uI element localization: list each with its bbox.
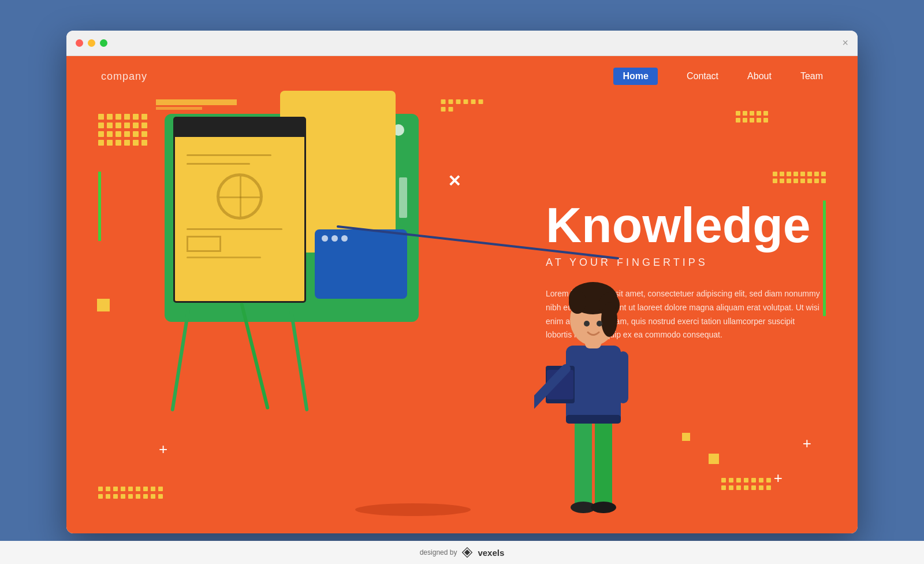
deco-dot-grid-tl bbox=[98, 114, 147, 146]
deco-plus-3: + bbox=[803, 435, 811, 452]
nav-links: Home Contact About Team bbox=[613, 68, 823, 85]
svg-point-3 bbox=[591, 502, 616, 513]
flipchart-easel bbox=[173, 117, 306, 413]
svg-rect-0 bbox=[575, 415, 592, 507]
brand-name: company bbox=[101, 70, 147, 83]
deco-plus-2: + bbox=[774, 469, 783, 487]
deco-dot-grid-br bbox=[721, 478, 771, 490]
deco-dot-grid-tr bbox=[736, 111, 768, 123]
illus-blue-window bbox=[315, 229, 407, 299]
character-shadow bbox=[355, 503, 471, 516]
nav-link-about[interactable]: About bbox=[747, 71, 772, 81]
svg-rect-5 bbox=[566, 415, 621, 424]
deco-green-line-left bbox=[98, 172, 101, 241]
nav-link-team[interactable]: Team bbox=[800, 71, 823, 81]
dot-red[interactable] bbox=[76, 39, 83, 47]
svg-point-16 bbox=[601, 302, 617, 337]
svg-rect-10 bbox=[618, 351, 628, 403]
svg-point-14 bbox=[569, 291, 586, 314]
deco-dot-grid-bl bbox=[98, 487, 163, 499]
svg-point-18 bbox=[597, 321, 602, 326]
flipchart-board bbox=[173, 135, 306, 303]
page-content: company Home Contact About Team bbox=[66, 56, 858, 533]
nav-link-home[interactable]: Home bbox=[613, 68, 657, 85]
nav-link-contact[interactable]: Contact bbox=[687, 71, 718, 81]
deco-yellow-strip bbox=[156, 99, 237, 105]
browser-chrome: × bbox=[66, 31, 858, 56]
easel-legs bbox=[173, 303, 306, 413]
deco-square-ml bbox=[97, 299, 110, 311]
deco-plus-1: + bbox=[159, 440, 167, 458]
deco-square-br1 bbox=[709, 454, 719, 464]
dot-yellow[interactable] bbox=[88, 39, 95, 47]
navbar: company Home Contact About Team bbox=[66, 56, 858, 97]
dot-green[interactable] bbox=[100, 39, 107, 47]
svg-rect-1 bbox=[595, 415, 612, 507]
illus-blue-dots bbox=[322, 235, 348, 242]
deco-dot-grid-tc bbox=[441, 99, 483, 112]
close-icon[interactable]: × bbox=[842, 37, 848, 49]
character-illustration bbox=[534, 230, 650, 525]
deco-green-line-right bbox=[823, 201, 826, 316]
deco-x-symbol: ✕ bbox=[448, 172, 461, 191]
browser-window: × company Home Contact About Team bbox=[66, 31, 858, 533]
flipchart-top-bar bbox=[173, 117, 306, 135]
deco-dot-grid-mr bbox=[773, 172, 826, 183]
deco-yellow-strip-2 bbox=[156, 107, 202, 110]
deco-square-br2 bbox=[682, 433, 690, 441]
browser-traffic-lights bbox=[76, 39, 107, 47]
svg-point-17 bbox=[584, 321, 590, 326]
